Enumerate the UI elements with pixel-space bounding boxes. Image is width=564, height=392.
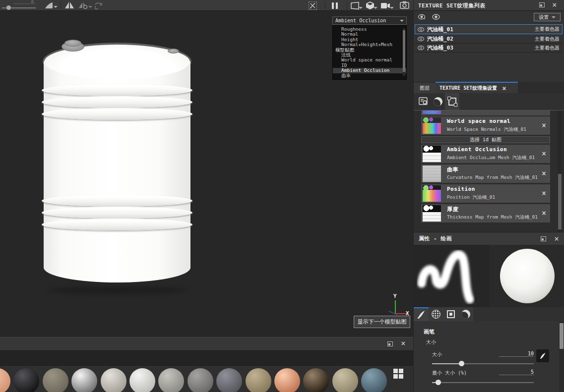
visibility-eye-icon[interactable] bbox=[418, 27, 424, 32]
material-sphere-skin[interactable] bbox=[0, 368, 10, 392]
tooltip: 显示下一个模型贴图 bbox=[354, 316, 410, 328]
texture-set-row[interactable]: 汽油桶_03主要着色器 bbox=[415, 44, 563, 53]
material-sphere-beige[interactable] bbox=[332, 368, 358, 392]
size-slider[interactable] bbox=[432, 363, 534, 364]
remove-map-icon[interactable]: × bbox=[542, 209, 546, 218]
texture-set-settings-toolbar bbox=[413, 93, 564, 110]
size-value-field[interactable]: 10 bbox=[499, 351, 534, 357]
remove-map-icon[interactable]: × bbox=[542, 121, 546, 130]
maps-scrollbar-thumb[interactable] bbox=[558, 174, 562, 229]
properties-scrollbar[interactable] bbox=[559, 321, 564, 392]
float-panel-icon[interactable] bbox=[539, 2, 545, 7]
barrel-bung-cap-large-top bbox=[64, 40, 81, 47]
remove-map-icon[interactable]: × bbox=[542, 149, 546, 158]
material-sphere-copper[interactable] bbox=[274, 368, 300, 392]
properties-scrollbar-thumb[interactable] bbox=[560, 323, 564, 349]
texture-set-row[interactable]: 汽油桶_01主要着色器 bbox=[415, 24, 563, 34]
material-sphere-bronze-lens[interactable] bbox=[303, 368, 329, 392]
axis-y-label: Y bbox=[393, 293, 397, 299]
material-sphere-steel-blue[interactable] bbox=[361, 368, 387, 392]
map-row[interactable]: 厚度Thickness Map from Mesh 汽油桶_01× bbox=[421, 204, 550, 223]
select-id-map-button[interactable]: 选择 id 贴图 bbox=[421, 136, 550, 143]
material-sphere-carbon-fiber[interactable] bbox=[13, 368, 39, 392]
map-row[interactable]: PositionPosition 汽油桶_01× bbox=[421, 184, 550, 203]
deselect-icon[interactable] bbox=[309, 1, 317, 10]
visibility-eye-icon[interactable] bbox=[418, 37, 424, 41]
dock-tabbar: 图层 TEXTURE SET纹理集设置 × bbox=[413, 82, 564, 93]
general-settings-icon[interactable] bbox=[416, 93, 431, 110]
camera-mode-chevron-icon[interactable] bbox=[390, 7, 394, 9]
min-size-slider[interactable] bbox=[432, 382, 534, 383]
close-panel-icon[interactable]: × bbox=[554, 235, 559, 242]
camera-mode-icon[interactable] bbox=[381, 2, 390, 9]
material-sphere-olive-clay[interactable] bbox=[43, 368, 68, 392]
falloff-chevron-icon[interactable] bbox=[54, 6, 58, 8]
float-panel-icon[interactable] bbox=[387, 341, 393, 346]
map-row[interactable]: World space normalWorld Space Normals 汽油… bbox=[421, 116, 550, 135]
falloff-curve-icon[interactable] bbox=[45, 1, 53, 9]
texture-set-list-title: TEXTURE SET纹理集列表 bbox=[418, 2, 486, 9]
close-panel-icon[interactable]: × bbox=[401, 340, 406, 347]
dropdown-scrollbar-thumb[interactable] bbox=[403, 30, 405, 72]
transform-icon[interactable] bbox=[94, 1, 103, 9]
mirror-symmetry-icon[interactable] bbox=[64, 1, 74, 9]
mirror-settings-chevron-icon[interactable] bbox=[88, 6, 92, 8]
material-sphere-chrome[interactable] bbox=[71, 368, 97, 392]
material-sphere-smooth-white[interactable] bbox=[129, 368, 155, 392]
channel-dropdown[interactable]: Ambient Occlusion bbox=[332, 16, 407, 25]
map-thumbnail bbox=[423, 146, 441, 162]
tooltip-text: 显示下一个模型贴图 bbox=[358, 318, 407, 326]
dropdown-option[interactable]: Normal+Height+Mesh bbox=[333, 42, 406, 47]
tab-brush-icon[interactable] bbox=[414, 307, 429, 321]
brush-tip-button[interactable] bbox=[536, 349, 549, 362]
grid-view-icon[interactable] bbox=[393, 369, 403, 379]
settings-button[interactable]: 设置 bbox=[534, 13, 561, 21]
visibility-eye-icon[interactable] bbox=[418, 46, 424, 50]
material-sphere-icon[interactable] bbox=[431, 93, 445, 110]
maps-scrollbar[interactable] bbox=[558, 111, 562, 232]
map-thumbnail bbox=[423, 185, 441, 202]
pause-engine-icon[interactable] bbox=[332, 2, 338, 9]
dropdown-option[interactable]: Ambient Occlusion bbox=[333, 68, 406, 73]
tab-alpha-icon[interactable] bbox=[429, 307, 443, 321]
map-title: Position bbox=[447, 186, 475, 192]
material-sphere-dark-gray[interactable] bbox=[216, 368, 242, 392]
material-sphere-gray-matte[interactable] bbox=[188, 368, 213, 392]
solo-visibility-icon[interactable] bbox=[432, 13, 440, 20]
tab-texture-set-settings[interactable]: TEXTURE SET纹理集设置 × bbox=[436, 82, 518, 93]
material-sphere-khaki[interactable] bbox=[246, 368, 271, 392]
material-sphere-plaster[interactable] bbox=[101, 368, 126, 392]
tab-material-icon[interactable] bbox=[458, 307, 473, 321]
visibility-cycle-icon[interactable] bbox=[418, 13, 427, 20]
texture-set-shader[interactable]: 主要着色器 bbox=[535, 36, 560, 43]
properties-titlebar: 属性 - 绘画 × bbox=[413, 232, 564, 245]
tab-stencil-icon[interactable] bbox=[443, 307, 458, 321]
map-title: 曲率 bbox=[447, 166, 458, 173]
display-mode-chevron-icon[interactable] bbox=[359, 7, 363, 9]
brush-size-slider-handle[interactable] bbox=[6, 5, 11, 10]
texture-set-row[interactable]: 汽油桶_02主要着色器 bbox=[415, 35, 563, 44]
mirror-settings-icon[interactable] bbox=[78, 1, 88, 9]
channel-dropdown-menu: RoughnessNormalHeightNormal+Height+Mesh模… bbox=[332, 25, 407, 80]
texture-set-shader[interactable]: 主要着色器 bbox=[535, 45, 560, 52]
float-panel-icon[interactable] bbox=[541, 236, 546, 241]
map-row[interactable]: 曲率Curvature Map from Mesh 汽油桶_01× bbox=[421, 165, 550, 183]
screenshot-icon[interactable] bbox=[400, 1, 409, 9]
min-size-slider-handle[interactable] bbox=[436, 380, 441, 385]
remove-map-icon[interactable]: × bbox=[542, 189, 546, 198]
close-panel-icon[interactable]: × bbox=[552, 1, 557, 8]
barrel-rib bbox=[42, 108, 192, 120]
min-size-value-field[interactable]: 5 bbox=[499, 369, 534, 375]
dropdown-option[interactable]: 曲率 bbox=[333, 73, 406, 78]
tab-layers[interactable]: 图层 bbox=[414, 83, 436, 93]
size-slider-handle[interactable] bbox=[459, 361, 464, 366]
dropdown-scrollbar[interactable] bbox=[403, 28, 405, 76]
tab-close-icon[interactable]: × bbox=[502, 85, 506, 92]
remove-map-icon[interactable]: × bbox=[542, 169, 546, 178]
map-row-partial[interactable] bbox=[421, 111, 550, 115]
uv-settings-icon[interactable] bbox=[445, 93, 459, 110]
geometry-mode-chevron-icon[interactable] bbox=[374, 7, 377, 9]
texture-set-shader[interactable]: 主要着色器 bbox=[535, 26, 560, 33]
material-sphere-light-stone[interactable] bbox=[158, 368, 184, 392]
map-row[interactable]: Ambient OcclusionAmbient Occlus…om Mesh … bbox=[421, 145, 550, 163]
